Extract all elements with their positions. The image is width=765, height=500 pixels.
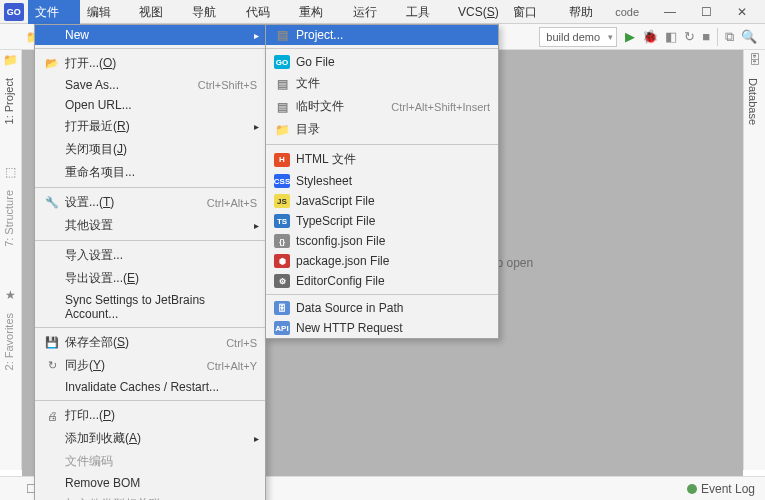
menu-视图v[interactable]: 视图(V) (132, 0, 185, 24)
submenu-label: JavaScript File (296, 194, 490, 208)
submenu-item[interactable]: 🗄Data Source in Path (266, 298, 498, 318)
menu-item[interactable]: 关闭项目(J) (35, 138, 265, 161)
submenu-item[interactable]: ▤临时文件Ctrl+Alt+Shift+Insert (266, 95, 498, 118)
sidebar-tab[interactable]: 2: Favorites (0, 305, 18, 378)
file-type-icon: ▤ (274, 77, 290, 91)
menu-item[interactable]: 💾保存全部(S)Ctrl+S (35, 331, 265, 354)
submenu-arrow-icon: ▸ (254, 433, 259, 444)
menu-items: 文件(F)编辑(E)视图(V)导航(N)代码(C)重构(R)运行(U)工具(T)… (28, 0, 616, 24)
shortcut: Ctrl+Shift+S (198, 79, 257, 91)
menu-编辑e[interactable]: 编辑(E) (80, 0, 133, 24)
menu-item[interactable]: Invalidate Caches / Restart... (35, 377, 265, 397)
file-type-icon: H (274, 153, 290, 167)
separator (266, 294, 498, 295)
menu-item[interactable]: Open URL... (35, 95, 265, 115)
profiler-icon[interactable]: ↻ (684, 29, 695, 44)
run-config-combo[interactable]: build demo (539, 27, 617, 47)
menu-item[interactable]: ↻同步(Y)Ctrl+Alt+Y (35, 354, 265, 377)
submenu-arrow-icon: ▸ (254, 30, 259, 41)
submenu-item[interactable]: ⬢package.json File (266, 251, 498, 271)
menu-item[interactable]: New▸ (35, 25, 265, 45)
submenu-arrow-icon: ▸ (254, 220, 259, 231)
search-icon[interactable]: 🔍 (741, 29, 757, 44)
open-tool-icon[interactable]: ⧉ (725, 29, 734, 45)
menu-帮助h[interactable]: 帮助(H) (562, 0, 615, 24)
run-toolbar: ▶ 🐞 ◧ ↻ ■ ⧉ 🔍 (625, 28, 757, 46)
file-type-icon: 🗄 (274, 301, 290, 315)
submenu-item[interactable]: GOGo File (266, 52, 498, 72)
separator (266, 144, 498, 145)
submenu-item[interactable]: ▤文件 (266, 72, 498, 95)
submenu-item[interactable]: TSTypeScript File (266, 211, 498, 231)
event-log-icon (687, 484, 697, 494)
menu-item-label: 保存全部(S) (65, 334, 226, 351)
menu-窗口w[interactable]: 窗口(W) (506, 0, 562, 24)
file-type-icon: TS (274, 214, 290, 228)
sidebar-icon[interactable]: 📁 (0, 50, 21, 70)
close-button[interactable]: ✕ (727, 0, 757, 24)
file-type-icon: 📁 (274, 123, 290, 137)
menu-运行u[interactable]: 运行(U) (346, 0, 399, 24)
menu-item[interactable]: Save As...Ctrl+Shift+S (35, 75, 265, 95)
menu-item[interactable]: 其他设置▸ (35, 214, 265, 237)
file-type-icon: CSS (274, 174, 290, 188)
submenu-item[interactable]: 📁目录 (266, 118, 498, 141)
menu-item-icon: 🖨 (43, 410, 61, 422)
menu-item[interactable]: 添加到收藏(A)▸ (35, 427, 265, 450)
debug-icon[interactable]: 🐞 (642, 29, 658, 44)
sidebar-tab[interactable]: 7: Structure (0, 182, 18, 255)
menu-文件f[interactable]: 文件(F) (28, 0, 80, 24)
file-type-icon: GO (274, 55, 290, 69)
submenu-label: Stylesheet (296, 174, 490, 188)
menu-vcss[interactable]: VCS(S) (451, 0, 506, 24)
menu-item-icon: ↻ (43, 359, 61, 372)
submenu-label: 临时文件 (296, 98, 391, 115)
event-log-label: Event Log (701, 482, 755, 496)
menu-item[interactable]: Remove BOM (35, 473, 265, 493)
file-type-icon: ▤ (274, 28, 290, 42)
submenu-item[interactable]: APINew HTTP Request (266, 318, 498, 338)
minimize-button[interactable]: — (655, 0, 685, 24)
menu-item[interactable]: 打开最近(R)▸ (35, 115, 265, 138)
menu-item[interactable]: 🔧设置...(T)Ctrl+Alt+S (35, 191, 265, 214)
menu-导航n[interactable]: 导航(N) (185, 0, 238, 24)
menu-item[interactable]: 🖨打印...(P) (35, 404, 265, 427)
menu-工具t[interactable]: 工具(T) (399, 0, 451, 24)
sidebar-tab-database[interactable]: Database (744, 70, 762, 133)
coverage-icon[interactable]: ◧ (665, 29, 677, 44)
submenu-arrow-icon: ▸ (254, 121, 259, 132)
sidebar-tab[interactable]: 1: Project (0, 70, 18, 132)
submenu-item[interactable]: HHTML 文件 (266, 148, 498, 171)
run-icon[interactable]: ▶ (625, 29, 635, 44)
submenu-item[interactable]: ⚙EditorConfig File (266, 271, 498, 291)
sidebar-icon[interactable]: ★ (0, 285, 21, 305)
submenu-label: Data Source in Path (296, 301, 490, 315)
sidebar-icon[interactable]: ⬚ (0, 162, 21, 182)
menu-重构r[interactable]: 重构(R) (292, 0, 345, 24)
menu-item-icon: 📂 (43, 57, 61, 70)
submenu-label: EditorConfig File (296, 274, 490, 288)
event-log-button[interactable]: Event Log (687, 482, 755, 496)
menu-item-label: 导出设置...(E) (65, 270, 257, 287)
file-menu-dropdown: New▸📂打开...(O)Save As...Ctrl+Shift+SOpen … (34, 24, 266, 500)
maximize-button[interactable]: ☐ (691, 0, 721, 24)
submenu-item[interactable]: ▤Project... (266, 25, 498, 45)
menu-item[interactable]: 导出设置...(E) (35, 267, 265, 290)
menu-item-label: 打印...(P) (65, 407, 257, 424)
shortcut: Ctrl+Alt+S (207, 197, 257, 209)
submenu-item[interactable]: JSJavaScript File (266, 191, 498, 211)
menu-item-label: 导入设置... (65, 247, 257, 264)
shortcut: Ctrl+Alt+Shift+Insert (391, 101, 490, 113)
submenu-item[interactable]: CSSStylesheet (266, 171, 498, 191)
menu-item[interactable]: 重命名项目... (35, 161, 265, 184)
submenu-label: New HTTP Request (296, 321, 490, 335)
menu-item[interactable]: Sync Settings to JetBrains Account... (35, 290, 265, 324)
window-title: code (615, 6, 639, 18)
submenu-item[interactable]: {}tsconfig.json File (266, 231, 498, 251)
menu-item[interactable]: 📂打开...(O) (35, 52, 265, 75)
menu-代码c[interactable]: 代码(C) (239, 0, 292, 24)
menu-item[interactable]: 导入设置... (35, 244, 265, 267)
sidebar-icon[interactable]: 🗄 (744, 50, 765, 70)
stop-icon[interactable]: ■ (702, 29, 710, 44)
separator (35, 240, 265, 241)
